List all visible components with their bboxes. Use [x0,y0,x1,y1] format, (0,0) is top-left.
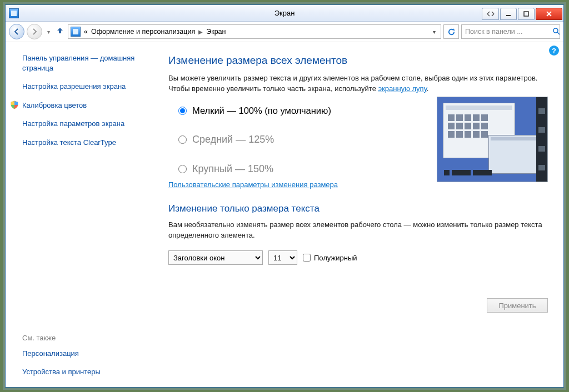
titlebar[interactable]: Экран [6,5,563,22]
sidebar: Панель управления — домашняя страница На… [6,42,153,387]
radio-medium-input[interactable] [178,135,187,144]
page-title: Изменение размера всех элементов [168,54,548,67]
navbar: ▾ « Оформление и персонализация ▶ Экран … [6,22,563,42]
sidebar-item-resolution[interactable]: Настройка разрешения экрана [22,82,143,92]
svg-rect-1 [524,12,528,16]
sidebar-item-cleartype[interactable]: Настройка текста ClearType [22,138,143,148]
preview-image [437,97,548,182]
maximize-button[interactable] [518,8,535,20]
svg-line-3 [557,32,560,34]
apply-button[interactable]: Применить [487,298,548,313]
bold-checkbox-label[interactable]: Полужирный [303,254,357,262]
see-also-personalization[interactable]: Персонализация [22,349,143,359]
close-button[interactable] [536,8,562,20]
svg-point-2 [553,28,558,33]
svg-rect-0 [506,15,511,16]
search-box[interactable] [461,24,560,39]
search-icon[interactable] [552,27,560,37]
see-also-devices[interactable]: Устройства и принтеры [22,367,143,377]
sidebar-home-link[interactable]: Панель управления — домашняя страница [22,53,143,73]
radio-large[interactable]: Крупный — 150% [178,163,378,175]
forward-button[interactable] [27,24,42,39]
breadcrumb-parent[interactable]: Оформление и персонализация [91,28,195,36]
radio-medium-label: Средний — 125% [192,134,274,145]
undock-button[interactable] [482,8,499,20]
magnifier-link[interactable]: экранную лупу [378,84,427,93]
font-size-select[interactable]: 11 [268,250,297,265]
breadcrumb-current[interactable]: Экран [206,28,226,36]
search-input[interactable] [465,28,552,36]
minimize-button[interactable] [500,8,517,20]
radio-medium[interactable]: Средний — 125% [178,134,378,145]
chevron-right-icon: ▶ [198,29,203,35]
back-button[interactable] [9,24,24,39]
window-title: Экран [6,9,563,17]
address-dropdown-icon[interactable]: ▾ [430,29,438,35]
body: ? Панель управления — домашняя страница … [6,42,563,387]
location-icon [71,27,81,37]
see-also-label: См. также [22,334,143,342]
sidebar-item-label: Калибровка цветов [22,100,87,110]
app-icon [9,8,19,18]
sidebar-item-calibration[interactable]: Калибровка цветов [10,100,143,110]
section-text: Вам необязательно изменять размер всех э… [168,220,548,241]
window: Экран ▾ « [5,4,564,388]
address-bar[interactable]: « Оформление и персонализация ▶ Экран ▾ [68,24,441,39]
bold-checkbox[interactable] [303,254,311,262]
element-select[interactable]: Заголовки окон [168,250,263,265]
size-radio-group: Мелкий — 100% (по умолчанию) Средний — 1… [178,105,378,175]
shield-icon [10,100,19,109]
history-dropdown-icon[interactable]: ▾ [44,29,52,35]
radio-small[interactable]: Мелкий — 100% (по умолчанию) [178,105,378,116]
breadcrumb-prefix: « [84,28,88,36]
radio-large-label: Крупный — 150% [192,163,273,175]
section-title: Изменение только размера текста [168,203,548,214]
sidebar-item-display-params[interactable]: Настройка параметров экрана [22,119,143,129]
radio-large-input[interactable] [178,165,187,173]
refresh-button[interactable] [443,24,459,39]
intro-text: Вы можете увеличить размер текста и друг… [168,73,548,94]
up-button[interactable] [54,26,66,37]
radio-small-label: Мелкий — 100% (по умолчанию) [192,105,331,116]
bold-label-text: Полужирный [314,254,357,262]
content: Изменение размера всех элементов Вы може… [153,42,563,387]
window-controls [482,7,563,20]
radio-small-input[interactable] [178,107,187,115]
controls-row: Заголовки окон 11 Полужирный [168,250,548,265]
text-size-section: Изменение только размера текста Вам необ… [168,203,548,265]
